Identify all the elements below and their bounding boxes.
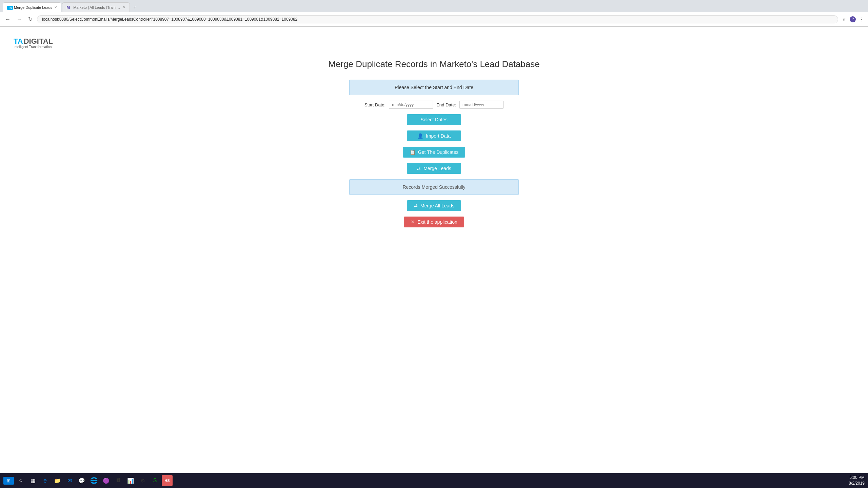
main-container: Please Select the Start and End Date Sta…: [349, 80, 519, 227]
select-dates-button[interactable]: Select Dates: [407, 114, 461, 125]
logo: TA DIGITAL Intelligent Transformation: [14, 37, 53, 49]
start-date-input[interactable]: [389, 101, 433, 109]
profile-icon[interactable]: P: [850, 16, 856, 22]
exit-label: Exit the application: [417, 219, 457, 225]
merge-leads-button[interactable]: ⇄ Merge Leads: [407, 163, 461, 174]
get-duplicates-label: Get The Duplicates: [418, 149, 459, 155]
logo-subtitle: Intelligent Transformation: [14, 45, 53, 49]
address-icons: ☆ P ⋮: [841, 16, 865, 22]
merge-all-leads-button[interactable]: ⇄ Merge All Leads: [407, 200, 461, 211]
reload-button[interactable]: ↻: [26, 15, 34, 23]
exit-icon: ✕: [411, 219, 415, 225]
tab2-title: Marketo | All Leads (Training) •: [73, 5, 121, 9]
exit-button[interactable]: ✕ Exit the application: [404, 217, 464, 227]
success-banner: Records Merged Successfully: [349, 179, 519, 195]
address-bar: ← → ↻ ☆ P ⋮: [0, 12, 868, 26]
end-date-label: End Date:: [436, 102, 456, 107]
new-tab-button[interactable]: +: [131, 4, 139, 10]
forward-button[interactable]: →: [15, 16, 24, 23]
taskbar: ⊞ ○ ▦ e 📁 ✉ 💬 🌐 🟣 🖩 📊 ⚙ S HS 5:00 PM 8/2…: [0, 473, 868, 473]
merge-all-icon: ⇄: [414, 203, 418, 208]
logo-digital: DIGITAL: [24, 37, 53, 46]
tab2-close[interactable]: ✕: [123, 5, 125, 9]
tab1-title: Merge Duplicate Leads: [14, 5, 52, 9]
info-banner: Please Select the Start and End Date: [349, 80, 519, 95]
page-content: TA DIGITAL Intelligent Transformation Me…: [0, 27, 868, 473]
page-title: Merge Duplicate Records in Marketo's Lea…: [7, 59, 861, 69]
logo-ta: TA: [14, 37, 23, 46]
start-date-label: Start Date:: [364, 102, 386, 107]
import-icon: 👤: [417, 133, 423, 139]
import-data-button[interactable]: 👤 Import Data: [407, 130, 461, 141]
menu-icon[interactable]: ⋮: [859, 16, 865, 22]
merge-icon: ⇄: [417, 166, 421, 171]
merge-all-label: Merge All Leads: [420, 203, 454, 208]
import-data-label: Import Data: [426, 133, 451, 139]
tab2-favicon: M: [66, 5, 71, 10]
bookmark-icon[interactable]: ☆: [841, 16, 847, 22]
select-dates-label: Select Dates: [420, 117, 447, 122]
date-row: Start Date: End Date:: [364, 101, 504, 109]
address-input[interactable]: [37, 15, 838, 23]
end-date-input[interactable]: [459, 101, 504, 109]
logo-area: TA DIGITAL Intelligent Transformation: [7, 34, 861, 52]
back-button[interactable]: ←: [3, 16, 12, 23]
tab1-close[interactable]: ✕: [54, 5, 57, 9]
get-duplicates-button[interactable]: 📋 Get The Duplicates: [403, 147, 466, 158]
tab-bar: TA Merge Duplicate Leads ✕ M Marketo | A…: [0, 0, 868, 12]
browser-chrome: TA Merge Duplicate Leads ✕ M Marketo | A…: [0, 0, 868, 27]
tab1-favicon: TA: [7, 5, 12, 10]
tab-marketo[interactable]: M Marketo | All Leads (Training) • ✕: [62, 2, 130, 12]
merge-leads-label: Merge Leads: [423, 166, 451, 171]
duplicates-icon: 📋: [410, 149, 415, 155]
tab-merge-duplicate-leads[interactable]: TA Merge Duplicate Leads ✕: [3, 2, 61, 12]
